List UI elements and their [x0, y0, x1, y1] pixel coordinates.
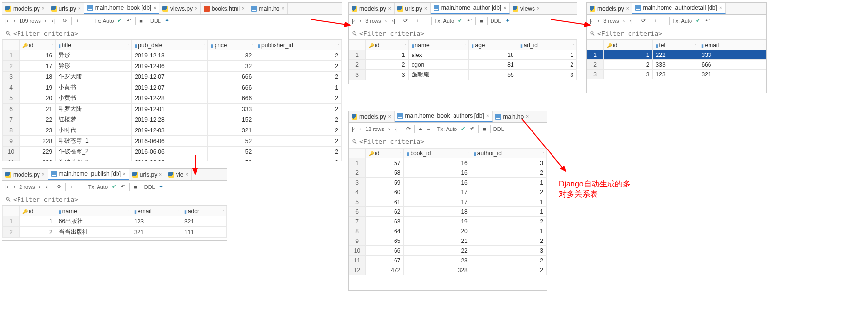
cell[interactable]: 17: [20, 61, 56, 72]
stop-icon[interactable]: ■: [482, 126, 487, 132]
cell[interactable]: 2: [471, 256, 546, 265]
cell[interactable]: 321: [698, 70, 766, 79]
last-icon[interactable]: ›|: [391, 18, 396, 24]
close-icon[interactable]: ×: [719, 5, 722, 11]
close-icon[interactable]: ×: [153, 5, 156, 11]
cell[interactable]: 1: [517, 50, 576, 60]
remove-row-icon[interactable]: −: [77, 184, 81, 190]
refresh-icon[interactable]: ⟳: [56, 184, 62, 190]
table-row[interactable]: 359161: [349, 178, 547, 187]
first-icon[interactable]: |‹: [589, 18, 594, 24]
tab-main-home_authordetail-db-[interactable]: main.home_authordetail [db]×: [632, 3, 726, 14]
cell[interactable]: 472: [366, 265, 404, 275]
cell[interactable]: 1: [604, 50, 653, 60]
cell[interactable]: 16: [404, 178, 471, 187]
column-header-tel[interactable]: ▮tel÷: [652, 40, 698, 50]
cell[interactable]: 21: [404, 236, 471, 246]
cell[interactable]: 小黄书: [56, 82, 132, 93]
cell[interactable]: 2019-12-13: [132, 50, 208, 61]
tab-models-py[interactable]: models.py×: [349, 3, 395, 14]
close-icon[interactable]: ×: [503, 5, 506, 11]
table-row[interactable]: 157163: [349, 158, 547, 168]
tab-models-py[interactable]: models.py×: [587, 3, 632, 14]
cell[interactable]: 32: [208, 50, 255, 61]
cell[interactable]: alex: [408, 50, 469, 60]
cell[interactable]: 16: [404, 168, 471, 178]
rollback-icon[interactable]: ↶: [469, 126, 475, 132]
cell[interactable]: 2: [255, 104, 342, 114]
close-icon[interactable]: ×: [281, 6, 284, 11]
prev-icon[interactable]: ‹: [13, 18, 17, 24]
filter-input[interactable]: [359, 30, 574, 37]
cell[interactable]: 111: [181, 227, 226, 238]
cell[interactable]: 52: [208, 147, 255, 157]
close-icon[interactable]: ×: [42, 6, 45, 11]
stop-icon[interactable]: ■: [138, 18, 144, 24]
rollback-icon[interactable]: ↶: [466, 18, 473, 24]
cell[interactable]: 333: [652, 60, 698, 70]
cell[interactable]: 57: [366, 158, 404, 168]
cell[interactable]: 60: [366, 187, 404, 197]
cell[interactable]: 1: [471, 197, 546, 207]
stop-icon[interactable]: ■: [133, 184, 138, 190]
cell[interactable]: 81: [469, 60, 517, 70]
cell[interactable]: 16: [20, 50, 56, 61]
column-header-id[interactable]: 🔑id÷: [20, 206, 56, 216]
refresh-icon[interactable]: ⟳: [402, 18, 409, 24]
cell[interactable]: 321: [208, 125, 255, 136]
close-icon[interactable]: ×: [537, 6, 540, 11]
cell[interactable]: 321: [131, 227, 181, 238]
cell[interactable]: 52: [208, 136, 255, 147]
column-header-email[interactable]: ▮email÷: [698, 40, 766, 50]
table-row[interactable]: 1166出版社123321: [3, 216, 227, 227]
cell[interactable]: 64: [366, 226, 404, 236]
close-icon[interactable]: ×: [159, 172, 162, 177]
ddl-button[interactable]: DDL: [144, 184, 155, 190]
ddl-button[interactable]: DDL: [150, 18, 161, 24]
column-header-id[interactable]: 🔑id÷: [366, 149, 404, 158]
close-icon[interactable]: ×: [486, 113, 489, 119]
cell[interactable]: 67: [366, 256, 404, 265]
remove-row-icon[interactable]: −: [82, 18, 87, 24]
add-row-icon[interactable]: +: [418, 126, 423, 132]
cell[interactable]: 2: [471, 236, 546, 246]
rows-count[interactable]: 12 rows: [365, 126, 384, 132]
table-publish[interactable]: 🔑id÷▮name÷▮email÷▮addr÷1166出版社12332122当当…: [2, 206, 227, 238]
last-icon[interactable]: ›|: [394, 126, 399, 132]
cell[interactable]: 2: [255, 50, 342, 61]
cell[interactable]: 3: [604, 70, 653, 79]
column-header-name[interactable]: ▮name÷: [408, 40, 469, 50]
column-header-ad_id[interactable]: ▮ad_id÷: [517, 40, 576, 50]
table-row[interactable]: 10229斗破苍穹_22016-06-06522: [3, 147, 342, 157]
rows-count[interactable]: 3 rows: [603, 18, 619, 24]
tab-main-ho[interactable]: main.ho×: [493, 111, 533, 122]
cell[interactable]: 2: [255, 72, 342, 82]
close-icon[interactable]: ×: [242, 6, 245, 11]
tab-models-py[interactable]: models.py×: [2, 169, 48, 180]
cell[interactable]: 2016-06-06: [132, 136, 208, 147]
rollback-icon[interactable]: ↶: [120, 184, 126, 190]
tab-main-home_author-db-[interactable]: main.home_author [db]×: [431, 3, 510, 14]
cell[interactable]: 3: [517, 70, 576, 80]
first-icon[interactable]: |‹: [4, 18, 10, 24]
column-header-price[interactable]: ▮price÷: [208, 40, 255, 50]
column-header-name[interactable]: ▮name÷: [56, 206, 131, 216]
tab-views[interactable]: views×: [510, 3, 543, 14]
cell[interactable]: 18: [20, 72, 56, 82]
filter-input[interactable]: [597, 30, 763, 37]
cell[interactable]: 152: [208, 114, 255, 125]
table-row[interactable]: 318斗罗大陆2019-12-076662: [3, 72, 342, 82]
table-row[interactable]: 561171: [349, 197, 547, 207]
cell[interactable]: 2: [255, 136, 342, 147]
table-row[interactable]: 763192: [349, 217, 547, 226]
cell[interactable]: 17: [404, 197, 471, 207]
tab-urls-py[interactable]: urls.py×: [48, 3, 84, 14]
cell[interactable]: 3: [471, 246, 546, 256]
cell[interactable]: 2: [471, 217, 546, 226]
table-row[interactable]: 460172: [349, 187, 547, 197]
remove-row-icon[interactable]: −: [426, 126, 431, 132]
cell[interactable]: 22: [20, 114, 56, 125]
cell[interactable]: 32: [208, 61, 255, 72]
close-icon[interactable]: ×: [78, 6, 81, 11]
cell[interactable]: 228: [20, 136, 56, 147]
